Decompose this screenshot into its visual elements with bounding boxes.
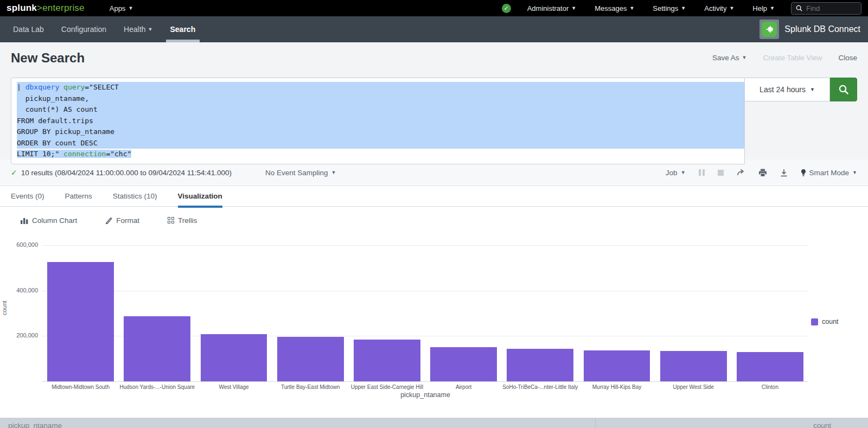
chevron-down-icon: ▼ xyxy=(852,170,857,175)
bar-8[interactable] xyxy=(660,351,727,381)
legend-swatch xyxy=(811,318,818,325)
tab-statistics[interactable]: Statistics (10) xyxy=(113,186,157,207)
bar-7[interactable] xyxy=(584,350,650,381)
nav-search[interactable]: Search xyxy=(169,16,197,42)
messages-menu[interactable]: Messages ▼ xyxy=(592,4,636,12)
bar-slot: Turtle Bay-East Midtown xyxy=(272,239,349,381)
bar-6[interactable] xyxy=(507,349,573,381)
bar-slot: Airport xyxy=(425,239,502,381)
print-button[interactable] xyxy=(758,169,767,177)
pause-button[interactable] xyxy=(699,169,705,176)
close-label: Close xyxy=(838,54,857,62)
bar-0[interactable] xyxy=(47,262,114,381)
help-menu[interactable]: Help ▼ xyxy=(750,4,777,12)
trellis-icon xyxy=(168,217,174,223)
y-axis-title: count xyxy=(1,301,8,315)
x-tick-label: Upper West Side xyxy=(652,384,735,390)
nav-health[interactable]: Health ▼ xyxy=(123,16,154,42)
splunk-logo[interactable]: splunk>enterprise xyxy=(7,3,85,14)
tab-visualization-label: Visualization xyxy=(178,192,222,200)
bar-2[interactable] xyxy=(201,334,267,381)
find-search-box[interactable] xyxy=(791,2,861,15)
chevron-down-icon: ▼ xyxy=(742,55,746,60)
bar-1[interactable] xyxy=(124,316,190,381)
x-tick-label: Hudson Yards-...-Union Square xyxy=(116,384,199,390)
tab-events-label: Events (0) xyxy=(11,192,44,200)
search-button[interactable] xyxy=(830,78,857,101)
search-query[interactable]: | dbxquery query="SELECT pickup_ntaname,… xyxy=(11,78,745,164)
x-axis-title: pickup_ntaname xyxy=(42,391,808,399)
chart-plot: Midtown-Midtown SouthHudson Yards-...-Un… xyxy=(42,239,808,381)
close-button[interactable]: Close xyxy=(838,54,857,62)
logo-splunk: splunk xyxy=(7,3,37,13)
check-icon: ✓ xyxy=(11,168,17,177)
bar-9[interactable] xyxy=(737,352,803,381)
search-icon xyxy=(796,5,802,11)
apps-menu[interactable]: Apps ▼ xyxy=(107,4,136,12)
chevron-down-icon: ▼ xyxy=(681,6,686,11)
app-nav-bar: Data Lab Configuration Health ▼ Search S… xyxy=(0,16,868,42)
lightbulb-icon xyxy=(801,169,806,177)
search-mode-menu[interactable]: Smart Mode ▼ xyxy=(801,169,857,177)
trellis-button[interactable]: Trellis xyxy=(168,216,197,225)
bar-slot: Midtown-Midtown South xyxy=(42,239,119,381)
chevron-down-icon: ▼ xyxy=(128,6,133,11)
nav-data-lab[interactable]: Data Lab xyxy=(12,16,45,42)
statistics-table-header: pickup_ntaname count xyxy=(0,418,868,428)
event-sampling-menu[interactable]: No Event Sampling ▼ xyxy=(265,169,336,177)
chevron-down-icon: ▼ xyxy=(629,6,634,11)
activity-menu[interactable]: Activity ▼ xyxy=(702,4,736,12)
time-range-picker[interactable]: Last 24 hours ▼ xyxy=(745,78,830,101)
legend-label: count xyxy=(822,318,839,325)
find-input[interactable] xyxy=(806,4,855,12)
db-connect-icon xyxy=(760,20,779,39)
tab-events[interactable]: Events (0) xyxy=(11,186,44,207)
administrator-menu[interactable]: Administrator ▼ xyxy=(525,4,579,12)
settings-label: Settings xyxy=(653,4,678,12)
stop-button[interactable] xyxy=(718,170,724,176)
format-button[interactable]: Format xyxy=(105,216,139,225)
administrator-label: Administrator xyxy=(527,4,569,12)
export-button[interactable] xyxy=(780,169,788,177)
pencil-icon xyxy=(105,217,112,224)
chevron-down-icon: ▼ xyxy=(571,6,576,11)
bar-3[interactable] xyxy=(277,337,344,381)
tab-patterns[interactable]: Patterns xyxy=(65,186,92,207)
create-table-view-button[interactable]: Create Table View xyxy=(763,54,822,62)
table-header-count[interactable]: count xyxy=(596,418,868,428)
bar-slot: Murray Hill-Kips Bay xyxy=(578,239,655,381)
save-as-button[interactable]: Save As ▼ xyxy=(712,54,746,62)
column-chart-icon xyxy=(21,217,28,224)
bar-4[interactable] xyxy=(354,340,420,381)
top-bar: splunk>enterprise Apps ▼ ✓ Administrator… xyxy=(0,0,868,16)
nav-data-lab-label: Data Lab xyxy=(13,25,44,34)
nav-health-label: Health xyxy=(124,25,145,34)
trellis-label: Trellis xyxy=(178,216,197,225)
app-identity[interactable]: Splunk DB Connect xyxy=(760,20,860,39)
x-tick-label: West Village xyxy=(192,384,275,390)
chevron-down-icon: ▼ xyxy=(729,6,734,11)
tab-visualization[interactable]: Visualization xyxy=(178,186,222,207)
bar-5[interactable] xyxy=(430,347,497,381)
nav-configuration[interactable]: Configuration xyxy=(60,16,107,42)
page-title: New Search xyxy=(11,50,85,66)
column-chart: 600,000 400,000 200,000 count Midtown-Mi… xyxy=(0,239,868,402)
chart-legend[interactable]: count xyxy=(811,318,839,325)
table-header-pickup-ntaname[interactable]: pickup_ntaname xyxy=(0,418,596,428)
share-button[interactable] xyxy=(737,169,745,176)
results-summary: 10 results (08/04/2024 11:00:00.000 to 0… xyxy=(21,169,232,177)
plug-icon xyxy=(764,24,774,34)
y-tick-600000: 600,000 xyxy=(0,241,38,248)
apps-label: Apps xyxy=(110,4,126,12)
chart-type-button[interactable]: Column Chart xyxy=(21,216,77,225)
result-tabs: Events (0) Patterns Statistics (10) Visu… xyxy=(0,186,868,207)
nav-configuration-label: Configuration xyxy=(61,25,106,34)
job-menu[interactable]: Job ▼ xyxy=(666,169,686,177)
x-tick-label: SoHo-TriBeCa-...nter-Little Italy xyxy=(499,384,582,390)
bar-slot: Upper East Side-Carnegie Hill xyxy=(349,239,425,381)
bar-slot: West Village xyxy=(195,239,272,381)
x-tick-label: Clinton xyxy=(729,384,812,390)
health-status-icon[interactable]: ✓ xyxy=(502,4,511,13)
time-range-label: Last 24 hours xyxy=(760,85,806,94)
settings-menu[interactable]: Settings ▼ xyxy=(650,4,688,12)
